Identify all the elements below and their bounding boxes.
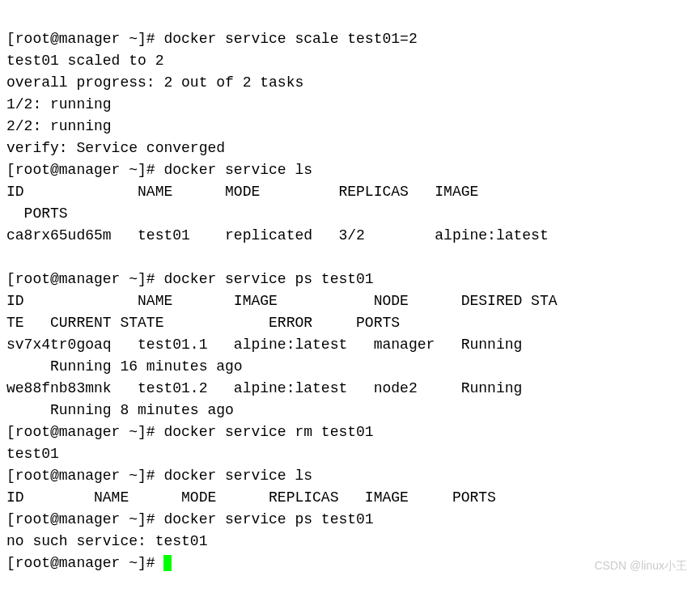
- output-line: ca8rx65ud65m test01 replicated 3/2 alpin…: [6, 227, 549, 243]
- output-line: we88fnb83mnk test01.2 alpine:latest node…: [6, 380, 522, 396]
- output-line: verify: Service converged: [6, 140, 225, 156]
- output-line: [root@manager ~]# docker service ps test…: [6, 511, 374, 527]
- output-line: [root@manager ~]# docker service ls: [6, 468, 312, 484]
- output-line: TE CURRENT STATE ERROR PORTS: [6, 315, 400, 331]
- terminal-output[interactable]: [root@manager ~]# docker service scale t…: [6, 6, 694, 574]
- output-line: overall progress: 2 out of 2 tasks: [6, 74, 303, 91]
- cursor-icon: [163, 555, 172, 571]
- output-line: sv7x4tr0goaq test01.1 alpine:latest mana…: [6, 337, 522, 353]
- output-line: 1/2: running: [6, 96, 112, 112]
- shell-prompt: [root@manager ~]#: [6, 555, 163, 571]
- output-line: [root@manager ~]# docker service ls: [6, 162, 312, 178]
- output-line: ID NAME IMAGE NODE DESIRED STA: [6, 293, 558, 309]
- output-line: [root@manager ~]# docker service scale t…: [6, 31, 418, 47]
- output-line: PORTS: [6, 205, 68, 222]
- output-line: Running 16 minutes ago: [6, 358, 243, 375]
- output-line: 2/2: running: [6, 118, 112, 134]
- output-line: ID NAME MODE REPLICAS IMAGE PORTS: [6, 489, 496, 506]
- output-line: [root@manager ~]# docker service ps test…: [6, 271, 374, 287]
- output-line: [root@manager ~]# docker service rm test…: [6, 424, 374, 440]
- output-line: test01: [6, 446, 59, 462]
- output-line: Running 8 minutes ago: [6, 402, 234, 418]
- watermark-text: CSDN @linux小王: [594, 557, 687, 574]
- output-line: ID NAME MODE REPLICAS IMAGE: [6, 184, 478, 200]
- output-line: no such service: test01: [6, 533, 207, 549]
- output-line: test01 scaled to 2: [6, 53, 163, 69]
